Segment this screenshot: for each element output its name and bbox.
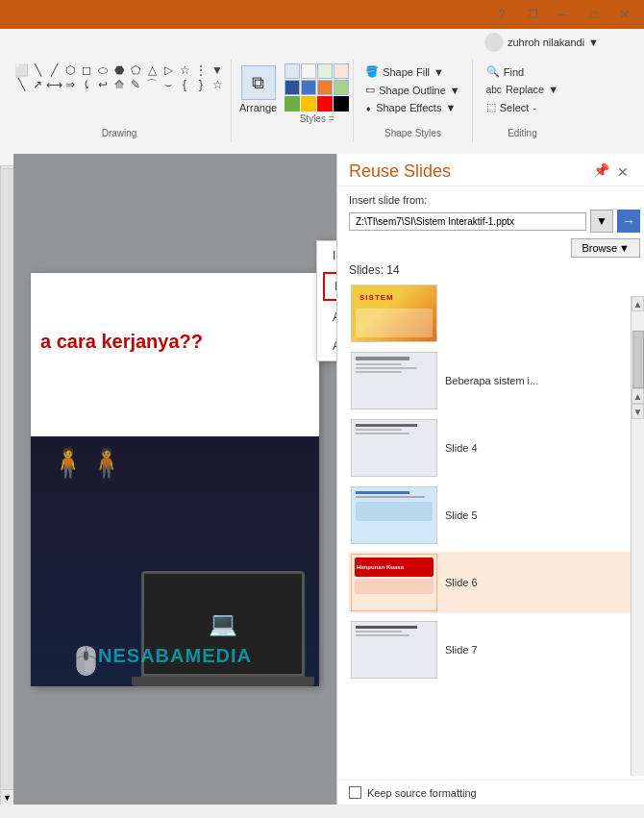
keep-source-row: Keep source formatting	[337, 780, 644, 805]
shape-icon[interactable]: ⇒	[62, 78, 78, 91]
scroll-down-arrow-1[interactable]: ▲	[632, 388, 644, 404]
select-dropdown[interactable]: -	[533, 102, 536, 113]
shape-icon[interactable]: ✎	[128, 78, 143, 91]
find-icon: 🔍	[486, 65, 500, 78]
shape-icon[interactable]: ⬭	[95, 63, 111, 77]
context-menu-insert-all-slides[interactable]: Insert All Slides	[323, 272, 336, 301]
help-button[interactable]: ?	[486, 1, 517, 28]
shape-icon[interactable]: ↩	[95, 78, 111, 91]
shape-icon[interactable]: ⬜	[13, 63, 29, 77]
insert-from-label: Insert slide from:	[349, 194, 640, 206]
shape-icon[interactable]: ▼	[210, 63, 225, 77]
select-button[interactable]: ⬚ Select -	[481, 99, 564, 115]
slide-thumb-item-3[interactable]: Slide 4	[349, 417, 640, 479]
shape-icon[interactable]: ⤹	[79, 78, 94, 91]
file-path-input[interactable]: Z:\TI\sem7\SI\Sistem Interaktif-1.pptx	[349, 212, 586, 231]
shape-icon[interactable]: △	[144, 63, 160, 77]
maximize-button[interactable]: □	[579, 1, 609, 28]
shape-icon[interactable]: ⌒	[144, 78, 160, 91]
shape-fill-button[interactable]: 🪣 Shape Fill ▼	[361, 63, 464, 80]
shape-outline-dropdown[interactable]: ▼	[450, 85, 460, 96]
keep-source-checkbox[interactable]	[349, 786, 361, 799]
minimize-button[interactable]: ─	[548, 1, 579, 28]
shape-icon[interactable]: ╲	[30, 63, 45, 77]
select-label: Select	[500, 102, 530, 113]
shape-icon[interactable]: ☆	[177, 63, 192, 77]
slide-thumb-item-4[interactable]: Slide 5	[349, 484, 640, 546]
reuse-panel-scrollbar: ▲ ▲ ▼	[631, 296, 644, 776]
user-account-button[interactable]: zuhroh nilakandi ▼	[478, 30, 606, 55]
shape-icon[interactable]: ◻	[79, 63, 94, 77]
shape-fill-dropdown[interactable]: ▼	[433, 66, 444, 78]
close-button[interactable]: ✕	[609, 1, 640, 28]
shape-effects-dropdown[interactable]: ▼	[445, 102, 456, 113]
quick-style-cell[interactable]	[334, 96, 349, 112]
quick-style-cell[interactable]	[301, 96, 316, 112]
shape-icon[interactable]: ╱	[46, 63, 62, 77]
context-menu-apply-theme-all[interactable]: Apply Theme to All Slides	[317, 303, 336, 332]
slide-thumb-item-6[interactable]: Slide 7	[349, 619, 640, 681]
replace-button[interactable]: abc Replace ▼	[481, 82, 564, 97]
shape-icon[interactable]: ⟰	[111, 78, 127, 91]
slide-thumb-content-3	[352, 420, 436, 438]
slide-thumb-label-6: Slide 7	[445, 644, 478, 656]
quick-style-cell[interactable]	[317, 63, 333, 79]
find-button[interactable]: 🔍 Find	[481, 63, 564, 80]
shape-icon[interactable]: ⋮	[193, 63, 209, 77]
quick-style-cell[interactable]	[285, 80, 300, 95]
shape-icon[interactable]: ☆	[210, 78, 225, 91]
restore-button[interactable]: ❐	[517, 1, 548, 28]
shape-tools-area: ⬜ ╲ ╱ ⬡ ◻ ⬭ ⬣ ⬠ △ ▷ ☆ ⋮ ▼ ╲ ↗ ⟷ ⇒	[13, 63, 225, 91]
go-button[interactable]: →	[617, 210, 640, 233]
shape-fill-label: Shape Fill	[383, 66, 430, 78]
quick-style-cell[interactable]	[285, 63, 300, 79]
user-avatar	[484, 33, 504, 52]
context-menu-insert-slide[interactable]: Insert Slide	[317, 241, 336, 270]
shape-icon[interactable]: ⬡	[62, 63, 78, 77]
quick-style-cell[interactable]	[285, 96, 300, 112]
scroll-thumb[interactable]	[632, 331, 644, 388]
quick-style-cell[interactable]	[301, 63, 316, 79]
slide-thumbnail-4	[351, 486, 437, 544]
quick-style-cell[interactable]	[334, 80, 349, 95]
scroll-up-arrow[interactable]: ▲	[632, 296, 644, 311]
file-path-dropdown[interactable]: ▼	[590, 210, 613, 233]
slide-thumb-item-2[interactable]: Beberapa sistem i...	[349, 350, 640, 411]
file-path-row: Z:\TI\sem7\SI\Sistem Interaktif-1.pptx ▼…	[349, 210, 640, 233]
quick-style-cell[interactable]	[317, 80, 333, 95]
go-icon: →	[622, 213, 635, 229]
shape-icon[interactable]: ⟷	[46, 78, 62, 91]
shape-icon[interactable]: }	[193, 78, 209, 91]
slide-thumb-content-6	[352, 622, 436, 640]
shape-icon[interactable]: ⬣	[111, 63, 127, 77]
context-menu-apply-theme-selected[interactable]: Apply Theme to Selected Slides	[317, 332, 336, 360]
shape-icon[interactable]: ▷	[161, 63, 176, 77]
scroll-down-arrow-2[interactable]: ▼	[632, 404, 644, 419]
replace-dropdown[interactable]: ▼	[548, 84, 558, 95]
close-panel-button[interactable]: ✕	[613, 162, 632, 182]
select-icon: ⬚	[486, 101, 496, 113]
username-label: zuhroh nilakandi	[508, 37, 584, 48]
shape-effects-button[interactable]: ⬧ Shape Effects ▼	[361, 100, 464, 115]
main-area: ▲ ▼ a cara kerjanya?? 🧍 🧍 💻	[0, 154, 644, 805]
replace-label: Replace	[506, 84, 544, 95]
shape-icon[interactable]: ↗	[30, 78, 45, 91]
user-area: zuhroh nilakandi ▼	[478, 29, 606, 56]
slide-image-area: 🧍 🧍 💻 🖱️ NESABAMEDIA	[31, 436, 319, 686]
slide-thumb-item-1[interactable]: SISTEM	[349, 283, 640, 344]
slide-thumb-item-5[interactable]: Himpunan Kuasa Slide 6	[349, 552, 640, 613]
drawing-section: ⬜ ╲ ╱ ⬡ ◻ ⬭ ⬣ ⬠ △ ▷ ☆ ⋮ ▼ ╲ ↗ ⟷ ⇒	[8, 60, 232, 142]
scroll-down-button[interactable]: ▼	[1, 789, 14, 805]
quick-style-cell[interactable]	[301, 80, 316, 95]
shape-icon[interactable]: {	[177, 78, 192, 91]
slide-thumbnail-6	[351, 621, 437, 679]
quick-style-cell[interactable]	[334, 63, 349, 79]
browse-button[interactable]: Browse ▼	[571, 238, 640, 258]
shape-icon[interactable]: ⌣	[161, 78, 176, 91]
slide-thumb-content-4	[352, 487, 436, 525]
arrange-button[interactable]: ⧉ Arrange	[235, 63, 281, 115]
shape-icon[interactable]: ⬠	[128, 63, 143, 77]
quick-style-cell[interactable]	[317, 96, 333, 112]
shape-outline-button[interactable]: ▭ Shape Outline ▼	[361, 82, 464, 98]
shape-icon[interactable]: ╲	[13, 78, 29, 91]
